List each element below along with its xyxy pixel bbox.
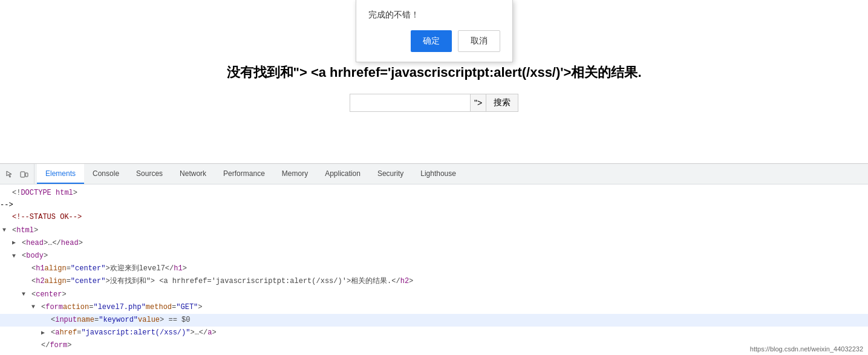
search-area: "> 搜索 (350, 94, 518, 112)
code-line-html[interactable]: ▼ <html> (0, 224, 868, 237)
tab-console[interactable]: Console (84, 164, 128, 184)
collapse-arrow-body[interactable]: ▼ (12, 252, 16, 261)
tab-security[interactable]: Security (369, 164, 412, 184)
code-line-input[interactable]: <input name="keyword" value> == $0 (0, 314, 868, 327)
tab-network[interactable]: Network (171, 164, 215, 184)
collapse-arrow-center[interactable]: ▼ (22, 290, 25, 299)
svg-rect-0 (21, 172, 25, 177)
code-line-body-open[interactable]: ▼ <body> (0, 250, 868, 262)
alert-dialog: 完成的不错！ 确定 取消 (356, 0, 513, 62)
code-line-center[interactable]: ▼ <center> (0, 288, 868, 301)
svg-rect-1 (25, 173, 28, 177)
url-bar: https://blog.csdn.net/weixin_44032232 (750, 345, 863, 353)
devtools-toolbar: Elements Console Sources Network Perform… (0, 164, 868, 184)
tab-lighthouse[interactable]: Lighthouse (412, 164, 465, 184)
tab-performance[interactable]: Performance (215, 164, 273, 184)
dialog-cancel-button[interactable]: 取消 (458, 30, 500, 52)
search-input[interactable] (350, 94, 471, 112)
code-line-doctype[interactable]: <!DOCTYPE html> (0, 187, 868, 200)
expand-arrow-a[interactable]: ▶ (41, 328, 45, 338)
elements-panel-content[interactable]: <!DOCTYPE html> --> <!--STATUS OK--> ▼ <… (0, 184, 868, 355)
dialog-buttons: 确定 取消 (368, 30, 500, 52)
code-line-h1[interactable]: <h1 align="center">欢迎来到level7</h1> (0, 262, 868, 275)
page-heading: 没有找到和"> <a hrhrefef='javascriscriptpt:al… (215, 64, 654, 82)
devtools-icon-group (0, 164, 34, 184)
code-line-head[interactable]: ▶ <head>…</head> (0, 237, 868, 250)
search-prefix: "> (471, 94, 486, 112)
code-line-form[interactable]: ▼ <form action="level7.php" method="GET"… (0, 301, 868, 314)
code-line-form-close[interactable]: </form> (0, 339, 868, 352)
devtools-tabs: Elements Console Sources Network Perform… (34, 164, 465, 184)
collapse-arrow[interactable]: ▼ (2, 226, 6, 235)
tab-sources[interactable]: Sources (128, 164, 171, 184)
inspect-icon[interactable] (5, 169, 15, 179)
devtools-panel: Elements Console Sources Network Perform… (0, 163, 868, 355)
search-button[interactable]: 搜索 (486, 94, 518, 112)
code-line-status[interactable]: <!--STATUS OK--> (0, 211, 868, 224)
tab-memory[interactable]: Memory (273, 164, 316, 184)
tab-elements[interactable]: Elements (37, 164, 84, 184)
expand-arrow-head[interactable]: ▶ (12, 238, 16, 248)
dialog-confirm-button[interactable]: 确定 (411, 30, 452, 52)
dialog-message: 完成的不错！ (368, 10, 500, 21)
tab-application[interactable]: Application (316, 164, 369, 184)
browser-page: 完成的不错！ 确定 取消 没有找到和"> <a hrhrefef='javasc… (0, 0, 868, 163)
collapse-arrow-form[interactable]: ▼ (31, 302, 35, 312)
code-line-a[interactable]: ▶ <a href="javascript:alert(/xss/)">…</a… (0, 327, 868, 339)
code-line-h2[interactable]: <h2 align="center">没有找到和"> <a hrhrefef='… (0, 275, 868, 288)
device-toolbar-icon[interactable] (19, 169, 29, 179)
